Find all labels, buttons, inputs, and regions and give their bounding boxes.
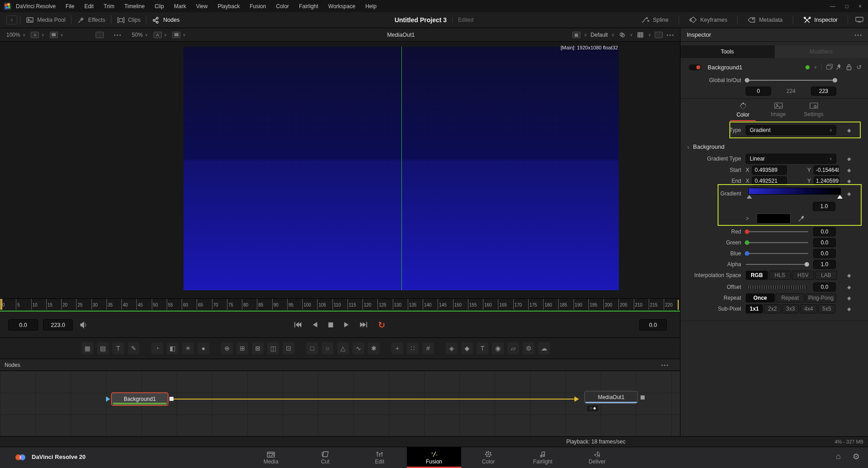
go-to-start-button[interactable] (294, 321, 302, 329)
viewer-zoom-right-dropdown[interactable]: 50%∨ (129, 32, 151, 38)
background-node-output[interactable] (169, 397, 174, 401)
viewer-image[interactable]: [Main]: 1920x1080 float32 (183, 47, 619, 290)
background-node[interactable]: Background1 (111, 392, 169, 406)
page-tab-cut[interactable]: Cut (298, 447, 352, 468)
project-manager-home-icon[interactable]: ⌂ (836, 452, 841, 462)
minimize-button[interactable]: — (830, 3, 835, 10)
tab-color[interactable]: Color (730, 102, 756, 121)
grid-warp-icon[interactable]: # (422, 342, 434, 354)
gradient-stop-left[interactable] (747, 195, 752, 199)
blue-slider[interactable] (746, 253, 808, 254)
gradient-keyframe-diamond[interactable]: ◆ (847, 191, 851, 197)
dve-icon[interactable]: ◫ (267, 342, 279, 354)
viewer-a-buffer-left[interactable]: A∨ (28, 32, 47, 38)
menu-item-file[interactable]: File (66, 3, 74, 10)
menu-item-app[interactable]: DaVinci Resolve (16, 3, 56, 10)
shape-3d-icon[interactable]: ◆ (461, 342, 473, 354)
repeat-repeat-button[interactable]: Repeat (776, 293, 805, 302)
gradient-type-keyframe-diamond[interactable]: ◆ (847, 156, 851, 162)
subpixel-3x3-button[interactable]: 3x3 (782, 304, 799, 313)
gradient-stop-value-field[interactable]: 1.0 (813, 202, 835, 211)
menu-item-timeline[interactable]: Timeline (124, 3, 145, 10)
offset-keyframe-diamond[interactable]: ◆ (847, 284, 851, 290)
type-dropdown[interactable]: Gradient∨ (746, 125, 836, 135)
end-y-field[interactable]: 1.240599 (814, 176, 839, 185)
menu-item-playback[interactable]: Playback (217, 3, 240, 10)
current-frame-field[interactable]: 0.0 (639, 319, 667, 331)
versions-icon[interactable] (826, 65, 831, 69)
mediaout-node-output[interactable] (641, 395, 645, 400)
inspector-more-icon[interactable]: ••• (854, 32, 863, 38)
bspline-mask-icon[interactable]: ∿ (352, 342, 364, 354)
tracker-icon[interactable]: + (391, 342, 403, 354)
ellipse-mask-icon[interactable]: ○ (322, 342, 333, 354)
menu-item-fusion[interactable]: Fusion (250, 3, 266, 10)
repeat-pingpong-button[interactable]: Ping-Pong (805, 293, 836, 302)
nodes-more-icon[interactable]: ••• (661, 362, 669, 368)
merge-icon[interactable]: ⊕ (221, 342, 233, 354)
global-inout-slider[interactable] (746, 80, 836, 81)
interp-rgb-button[interactable]: RGB (746, 271, 768, 280)
viewer-left-more-icon[interactable]: ••• (114, 32, 122, 38)
metadata-button[interactable]: Metadata (745, 16, 785, 24)
blue-field[interactable]: 0.0 (813, 249, 836, 258)
viewer-channel-left[interactable]: ∨ (47, 32, 66, 38)
global-in-field[interactable]: 0 (746, 87, 771, 96)
background-section-header[interactable]: ∨ Background (680, 143, 724, 150)
project-settings-gear-icon[interactable]: ⚙ (853, 452, 860, 462)
viewer-roi-icon[interactable]: ▩ (572, 32, 580, 38)
offset-thumbwheel[interactable] (746, 284, 808, 290)
subpixel-keyframe-diamond[interactable]: ◆ (847, 306, 851, 312)
start-keyframe-diamond[interactable]: ◆ (847, 167, 851, 173)
global-out-field[interactable]: 223 (811, 87, 836, 96)
repeat-once-button[interactable]: Once (746, 293, 775, 302)
go-to-end-button[interactable] (360, 321, 367, 329)
page-tab-color[interactable]: Color (461, 447, 516, 468)
camera-3d-icon[interactable]: ◉ (492, 342, 504, 354)
background-generator-icon[interactable]: ▦ (82, 342, 93, 354)
playhead[interactable] (0, 299, 1, 310)
play-reverse-button[interactable] (313, 321, 318, 329)
offset-field[interactable]: 0.0 (813, 283, 836, 292)
menu-item-mark[interactable]: Mark (174, 3, 186, 10)
ui-layout-dropdown[interactable]: ∨ (6, 15, 17, 24)
color-curves-icon[interactable]: ◧ (167, 342, 178, 354)
timeline-ruler[interactable]: 0510152025303540455055606570758085909510… (0, 298, 680, 312)
alpha-field[interactable]: 1.0 (813, 260, 836, 269)
maximize-button[interactable]: □ (845, 3, 849, 10)
tab-modifiers[interactable]: Modifiers (775, 45, 868, 58)
loop-playback-icon[interactable]: ↻ (378, 320, 386, 330)
page-tab-fairlight[interactable]: Fairlight (516, 447, 570, 468)
background-node-input[interactable] (106, 396, 110, 402)
stop-button[interactable] (328, 321, 333, 329)
node-editor-canvas[interactable]: Background1 MediaOut1 (0, 371, 680, 436)
tab-settings[interactable]: Settings (801, 102, 826, 121)
menu-item-clip[interactable]: Clip (154, 3, 164, 10)
interp-hsv-button[interactable]: HSV (792, 271, 814, 280)
node-color-dot[interactable] (805, 65, 810, 69)
tab-tools[interactable]: Tools (680, 45, 774, 58)
effects-button[interactable]: Effects (74, 16, 108, 24)
viewer-zoom-left-dropdown[interactable]: 100%∨ (4, 32, 28, 38)
inspector-button[interactable]: Inspector (800, 16, 840, 24)
viewer-a-buffer-right[interactable]: A∨ (151, 32, 170, 38)
alpha-slider[interactable] (746, 264, 808, 265)
text-3d-icon[interactable]: T (477, 342, 488, 354)
green-slider[interactable] (746, 242, 808, 243)
nodes-button[interactable]: Nodes (149, 16, 182, 24)
planar-tracker-icon[interactable]: ∷ (407, 342, 419, 354)
tab-image[interactable]: Image (766, 102, 791, 121)
viewer-color-controls-icon[interactable] (618, 31, 626, 39)
text-plus-icon[interactable]: T (112, 342, 124, 354)
project-title[interactable]: Untitled Project 3 (395, 16, 447, 24)
mediaout-viewer-dots[interactable] (587, 405, 598, 411)
crop-icon[interactable]: ⊞ (236, 342, 248, 354)
end-keyframe-diamond[interactable]: ◆ (847, 178, 851, 184)
green-field[interactable]: 0.0 (813, 238, 836, 247)
spline-button[interactable]: Spline (639, 16, 671, 24)
interp-hls-button[interactable]: HLS (769, 271, 791, 280)
gradient-type-dropdown[interactable]: Linear∨ (746, 154, 836, 164)
start-x-field[interactable]: 0.493589 (752, 166, 787, 175)
merge-3d-icon[interactable]: ◈ (446, 342, 458, 354)
media-pool-button[interactable]: Media Pool (23, 16, 68, 24)
